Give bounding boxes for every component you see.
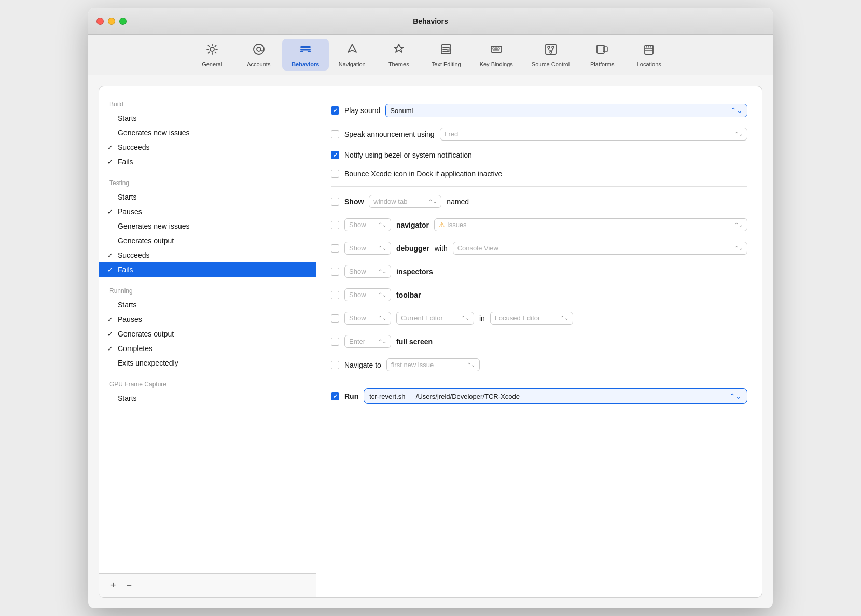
debugger-bold-label: debugger [396, 244, 429, 253]
toolbar-item-general[interactable]: General [189, 39, 235, 71]
section-header-running: Running [99, 285, 316, 298]
run-select[interactable]: tcr-revert.sh — /Users/jreid/Developer/T… [364, 388, 747, 404]
sidebar-item-build-fails[interactable]: ✓ Fails [99, 155, 316, 169]
toolbar-item-locations[interactable]: Locations [626, 39, 672, 71]
toolbar-label-navigation: Navigation [339, 61, 366, 67]
toolbar-item-text-editing[interactable]: Text Editing [422, 39, 470, 71]
toolbar-label-accounts: Accounts [247, 61, 270, 67]
titlebar: Behaviors [88, 8, 773, 35]
sidebar-item-running-exits-unexpectedly[interactable]: Exits unexpectedly [99, 356, 316, 370]
sidebar-item-running-pauses[interactable]: ✓ Pauses [99, 312, 316, 327]
show-navigator-checkbox[interactable] [331, 221, 339, 229]
console-view-val: Console View [457, 244, 498, 252]
sidebar-item-running-starts[interactable]: Starts [99, 298, 316, 312]
show-inspectors-checkbox[interactable] [331, 268, 339, 276]
close-button[interactable] [96, 18, 104, 25]
maximize-button[interactable] [119, 18, 127, 25]
svg-rect-4 [300, 49, 311, 51]
play-sound-select[interactable]: Sonumi ⌃⌄ [385, 104, 747, 117]
show-toolbar-show-select[interactable]: Show ⌃⌄ [344, 288, 391, 301]
run-checkbox[interactable] [331, 392, 339, 400]
bounce-xcode-checkbox[interactable] [331, 170, 339, 178]
toolbar-item-behaviors[interactable]: Behaviors [282, 39, 329, 71]
current-editor-select[interactable]: Current Editor ⌃⌄ [396, 312, 474, 325]
play-sound-value: Sonumi [390, 107, 413, 115]
show-editor-row: Show ⌃⌄ Current Editor ⌃⌄ in Focused Edi… [331, 306, 747, 330]
notify-bezel-checkbox[interactable] [331, 151, 339, 159]
build-fails-check: ✓ [107, 158, 113, 166]
toolbar: General Accounts [88, 35, 773, 75]
remove-button[interactable]: − [123, 579, 135, 592]
show-navigator-select[interactable]: ⚠ Issues ⌃⌄ [434, 218, 747, 231]
show-editor-checkbox[interactable] [331, 314, 339, 323]
enter-full-screen-checkbox[interactable] [331, 338, 339, 346]
show-debugger-row: Show ⌃⌄ debugger with Console View ⌃⌄ [331, 236, 747, 260]
svg-rect-10 [495, 48, 497, 49]
show-window-tab-row: Show window tab ⌃⌄ named [331, 190, 747, 213]
divider-1 [331, 186, 747, 187]
show-editor-show-select[interactable]: Show ⌃⌄ [344, 312, 391, 325]
show-toolbar-checkbox[interactable] [331, 291, 339, 299]
text-editing-icon [439, 42, 453, 60]
focused-editor-select[interactable]: Focused Editor ⌃⌄ [490, 312, 573, 325]
running-gen-output-label: Generates output [118, 330, 174, 338]
sidebar-item-testing-generates-output[interactable]: Generates output [99, 233, 316, 248]
show-window-tab-show-label: Show [344, 198, 364, 206]
toolbar-item-navigation[interactable]: Navigation [329, 39, 376, 71]
build-fails-label: Fails [118, 158, 133, 166]
at-icon [252, 42, 266, 60]
enter-full-screen-row: Enter ⌃⌄ full screen [331, 330, 747, 353]
toolbar-item-platforms[interactable]: Platforms [579, 39, 626, 71]
sidebar-item-testing-fails[interactable]: ✓ Fails [99, 262, 316, 277]
show-debugger-select[interactable]: Console View ⌃⌄ [453, 242, 747, 255]
sidebar-item-testing-pauses[interactable]: ✓ Pauses [99, 204, 316, 219]
sidebar-item-running-completes[interactable]: ✓ Completes [99, 341, 316, 356]
add-button[interactable]: + [107, 579, 119, 592]
show-window-tab-select[interactable]: window tab ⌃⌄ [369, 195, 441, 208]
toolbar-item-key-bindings[interactable]: Key Bindings [470, 39, 522, 71]
sidebar-item-build-succeeds[interactable]: ✓ Succeeds [99, 140, 316, 155]
toolbar-label-key-bindings: Key Bindings [480, 61, 513, 67]
navigator-bold-label: navigator [396, 221, 429, 229]
minimize-button[interactable] [108, 18, 115, 25]
show-window-tab-checkbox[interactable] [331, 198, 339, 206]
sidebar-item-testing-succeeds[interactable]: ✓ Succeeds [99, 248, 316, 262]
speak-announcement-select[interactable]: Fred ⌃⌄ [440, 128, 747, 141]
show-navigator-show-select[interactable]: Show ⌃⌄ [344, 218, 391, 231]
current-editor-arrow: ⌃⌄ [461, 315, 469, 321]
play-sound-checkbox[interactable] [331, 106, 339, 115]
running-completes-check: ✓ [107, 345, 113, 353]
toolbar-item-accounts[interactable]: Accounts [235, 39, 282, 71]
speak-announcement-placeholder: Fred [445, 130, 459, 138]
sidebar-item-gpu-starts[interactable]: Starts [99, 391, 316, 405]
testing-fails-check: ✓ [107, 266, 113, 274]
show-debugger-show-select[interactable]: Show ⌃⌄ [344, 242, 391, 255]
enter-select[interactable]: Enter ⌃⌄ [344, 335, 391, 348]
show-inspectors-show-select[interactable]: Show ⌃⌄ [344, 265, 391, 278]
toolbar-label-themes: Themes [388, 61, 409, 67]
svg-rect-5 [300, 51, 303, 52]
toolbar-label-locations: Locations [637, 61, 661, 67]
left-panel: Build Starts Generates new issues ✓ Succ… [99, 86, 316, 598]
running-exits-label: Exits unexpectedly [118, 359, 178, 367]
build-generates-label: Generates new issues [118, 129, 190, 137]
toolbar-item-themes[interactable]: Themes [376, 39, 422, 71]
sidebar-item-testing-generates-new-issues[interactable]: Generates new issues [99, 219, 316, 233]
enter-arrow: ⌃⌄ [378, 339, 386, 344]
speak-announcement-checkbox[interactable] [331, 130, 339, 138]
navigate-to-select[interactable]: first new issue ⌃⌄ [386, 358, 480, 371]
show-debugger-show-val: Show [349, 244, 366, 252]
toolbar-label-text-editing: Text Editing [432, 61, 461, 67]
focused-editor-val: Focused Editor [495, 314, 540, 322]
show-toolbar-row: Show ⌃⌄ toolbar [331, 283, 747, 306]
testing-gen-output-label: Generates output [118, 236, 174, 245]
toolbar-item-source-control[interactable]: Source Control [522, 39, 579, 71]
play-sound-label: Play sound [344, 106, 380, 115]
navigate-to-checkbox[interactable] [331, 361, 339, 369]
testing-succeeds-label: Succeeds [118, 251, 149, 259]
sidebar-item-build-generates-new-issues[interactable]: Generates new issues [99, 125, 316, 140]
sidebar-item-build-starts[interactable]: Starts [99, 111, 316, 125]
sidebar-item-running-generates-output[interactable]: ✓ Generates output [99, 327, 316, 341]
sidebar-item-testing-starts[interactable]: Starts [99, 190, 316, 204]
show-debugger-checkbox[interactable] [331, 244, 339, 253]
